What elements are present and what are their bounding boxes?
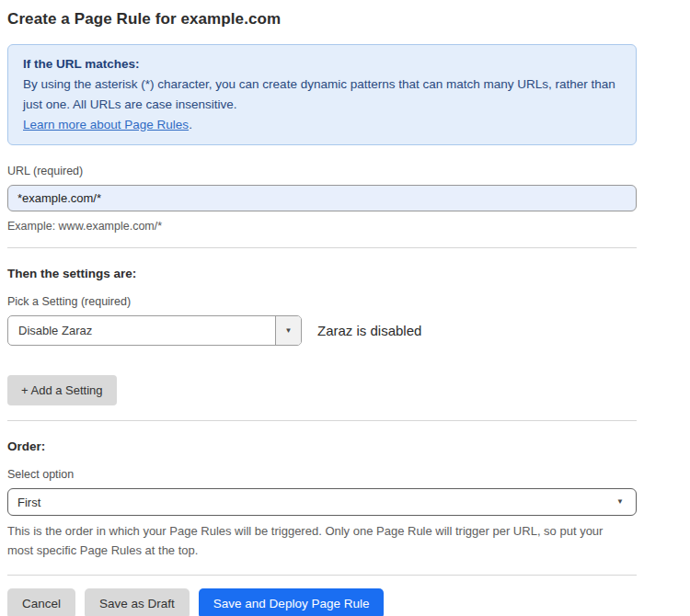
- save-and-deploy-button[interactable]: Save and Deploy Page Rule: [199, 588, 385, 616]
- order-select[interactable]: First ▼: [7, 488, 637, 516]
- save-as-draft-button[interactable]: Save as Draft: [85, 588, 190, 616]
- setting-dropdown[interactable]: Disable Zaraz ▼: [7, 315, 302, 346]
- url-example-text: Example: www.example.com/*: [7, 220, 637, 233]
- setting-status-text: Zaraz is disabled: [317, 323, 421, 338]
- info-box-heading: If the URL matches:: [23, 54, 621, 74]
- page-rule-form: Create a Page Rule for example.com If th…: [7, 0, 637, 616]
- url-field-label: URL (required): [7, 165, 637, 177]
- divider: [7, 575, 637, 576]
- order-section-heading: Order:: [7, 439, 637, 453]
- pick-setting-label: Pick a Setting (required): [7, 295, 637, 308]
- order-help-text: This is the order in which your Page Rul…: [7, 522, 622, 559]
- setting-dropdown-value: Disable Zaraz: [8, 316, 275, 345]
- link-period: .: [189, 118, 192, 131]
- url-match-info-box: If the URL matches: By using the asteris…: [7, 44, 637, 145]
- divider: [7, 247, 637, 248]
- settings-section-heading: Then the settings are:: [7, 267, 637, 280]
- info-box-body: By using the asterisk (*) character, you…: [23, 74, 621, 135]
- learn-more-link[interactable]: Learn more about Page Rules: [23, 118, 189, 131]
- chevron-down-icon: ▼: [616, 498, 624, 506]
- order-select-value: First: [17, 496, 40, 509]
- url-input[interactable]: [7, 185, 637, 211]
- cancel-button[interactable]: Cancel: [7, 588, 75, 616]
- page-title: Create a Page Rule for example.com: [7, 10, 637, 29]
- footer-actions: Cancel Save as Draft Save and Deploy Pag…: [7, 588, 637, 616]
- info-box-body-text: By using the asterisk (*) character, you…: [23, 77, 615, 111]
- setting-dropdown-caret-button[interactable]: ▼: [275, 316, 301, 345]
- add-setting-button[interactable]: + Add a Setting: [7, 375, 117, 405]
- order-select-label: Select option: [7, 468, 637, 481]
- chevron-down-icon: ▼: [285, 327, 293, 335]
- divider: [7, 420, 637, 421]
- setting-row: Disable Zaraz ▼ Zaraz is disabled: [7, 315, 637, 346]
